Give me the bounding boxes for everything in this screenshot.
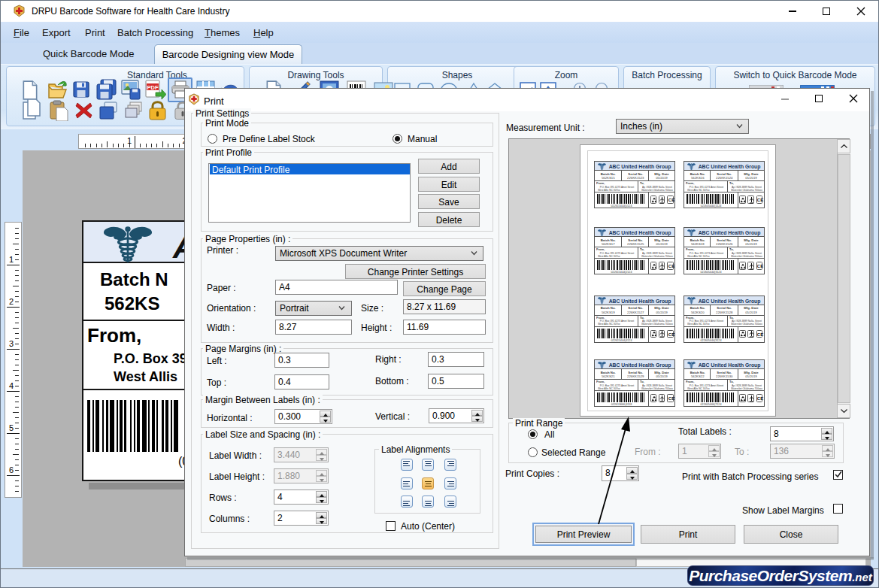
svg-text:PDF: PDF [147, 84, 159, 91]
